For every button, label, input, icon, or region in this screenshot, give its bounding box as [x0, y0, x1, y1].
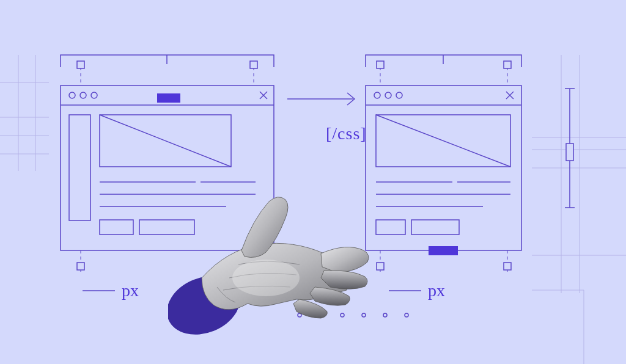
px-label-left: px [122, 281, 139, 300]
svg-point-63 [232, 260, 300, 296]
px-label-right: px [428, 281, 445, 300]
svg-rect-17 [250, 61, 257, 68]
svg-point-60 [383, 313, 387, 317]
hand-illustration [168, 192, 376, 345]
css-label: [/css] [326, 124, 367, 144]
svg-rect-38 [377, 263, 384, 270]
svg-rect-16 [77, 61, 84, 68]
svg-rect-39 [504, 263, 511, 270]
svg-rect-18 [77, 263, 84, 270]
svg-rect-36 [377, 61, 384, 68]
top-bracket-left [61, 55, 274, 67]
arrow-right-icon [287, 93, 355, 105]
svg-rect-55 [566, 144, 573, 161]
svg-rect-37 [504, 61, 511, 68]
accent-tab [157, 93, 180, 103]
svg-point-61 [405, 313, 408, 317]
window-right [366, 61, 521, 275]
slider-icon [565, 89, 575, 208]
accent-tab [429, 246, 458, 255]
top-bracket-right [366, 55, 521, 67]
svg-rect-40 [366, 86, 521, 250]
diagram-canvas: [/css] px px [0, 0, 626, 364]
